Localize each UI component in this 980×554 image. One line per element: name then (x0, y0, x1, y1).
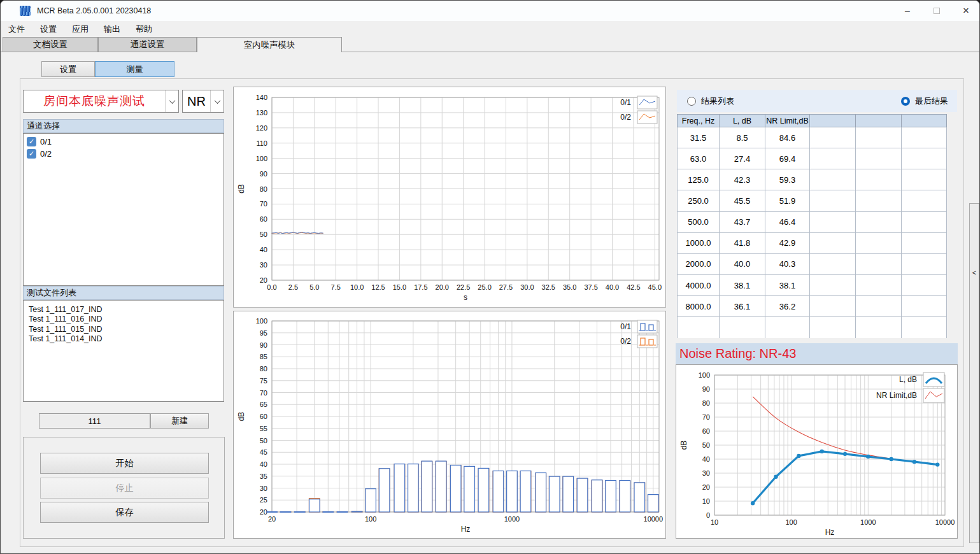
save-button[interactable]: 保存 (40, 502, 209, 523)
svg-text:30: 30 (260, 485, 267, 492)
svg-text:Hz: Hz (461, 525, 471, 534)
svg-text:1000: 1000 (860, 518, 876, 526)
file-list-item[interactable]: Test 1_111_017_IND (24, 305, 224, 315)
table-row[interactable]: 2000.040.040.3 (678, 253, 947, 274)
file-list-item[interactable]: Test 1_111_016_IND (24, 315, 224, 324)
svg-text:10: 10 (702, 497, 710, 505)
svg-text:25: 25 (260, 496, 267, 504)
svg-text:20: 20 (702, 483, 710, 491)
svg-text:20.0: 20.0 (436, 283, 449, 291)
stop-button[interactable]: 停止 (40, 478, 209, 499)
channel-section-header: 通道选择 (23, 119, 224, 133)
file-list-item[interactable]: Test 1_111_015_IND (24, 325, 224, 334)
table-row[interactable]: 4000.038.138.1 (678, 274, 947, 295)
menu-item[interactable]: 输出 (96, 21, 128, 37)
svg-text:5.0: 5.0 (309, 283, 319, 291)
menu-item[interactable]: 应用 (64, 21, 96, 37)
svg-text:140: 140 (256, 94, 267, 101)
channel-item[interactable]: ✓0/1 (24, 136, 224, 148)
svg-text:80: 80 (702, 399, 710, 407)
file-name-input[interactable]: 111 (39, 413, 150, 429)
svg-text:90: 90 (260, 341, 267, 349)
svg-text:1000: 1000 (504, 515, 520, 523)
menu-item[interactable]: 帮助 (128, 21, 160, 37)
svg-text:100: 100 (256, 155, 267, 162)
svg-text:s: s (464, 293, 467, 302)
svg-text:50: 50 (702, 441, 710, 449)
chevron-down-icon[interactable] (210, 90, 224, 112)
results-col-header: L, dB (720, 115, 765, 127)
result-list-radio[interactable] (687, 97, 696, 106)
start-button[interactable]: 开始 (40, 453, 209, 474)
tab-channel-settings[interactable]: 通道设置 (98, 37, 197, 52)
svg-text:0/2: 0/2 (620, 113, 631, 122)
collapse-panel-handle[interactable]: < (969, 203, 979, 543)
svg-text:12.5: 12.5 (371, 283, 385, 291)
svg-text:50: 50 (260, 437, 267, 444)
app-window: MCR Beta 2.05.0.001 20230418 – × 文件设置应用输… (0, 0, 980, 554)
svg-text:45: 45 (260, 448, 267, 456)
maximize-button[interactable] (922, 1, 951, 21)
svg-text:80: 80 (260, 365, 267, 373)
checkbox-checked-icon[interactable]: ✓ (27, 137, 36, 146)
result-mode-row: 结果列表 最后结果 (677, 90, 957, 112)
title-bar: MCR Beta 2.05.0.001 20230418 – × (1, 1, 980, 21)
menu-item[interactable]: 文件 (1, 21, 32, 37)
chevron-down-icon[interactable] (165, 90, 178, 112)
table-row[interactable]: 250.045.551.9 (678, 190, 947, 211)
svg-text:60: 60 (260, 215, 267, 223)
svg-text:32.5: 32.5 (542, 283, 555, 291)
svg-text:10: 10 (711, 518, 718, 526)
table-row[interactable]: 31.58.584.6 (678, 127, 947, 148)
rating-type-value: NR (183, 90, 210, 112)
svg-text:0/1: 0/1 (620, 322, 631, 331)
noise-rating-banner: Noise Rating: NR-43 (676, 343, 958, 364)
svg-text:35: 35 (260, 472, 267, 480)
svg-text:37.5: 37.5 (584, 283, 597, 291)
svg-text:0/2: 0/2 (620, 337, 631, 346)
svg-text:40: 40 (260, 246, 267, 253)
table-empty-area (678, 317, 947, 338)
close-button[interactable]: × (951, 1, 980, 21)
table-row[interactable]: 63.027.469.4 (678, 148, 947, 169)
svg-text:0/1: 0/1 (620, 98, 631, 107)
tab-indoor-noise[interactable]: 室内噪声模块 (197, 37, 342, 52)
svg-text:dB: dB (237, 412, 246, 422)
rating-type-dropdown[interactable]: NR (182, 90, 224, 113)
time-history-chart: 20304050607080901001101201301400.02.55.0… (233, 87, 666, 308)
minimize-button[interactable]: – (893, 1, 922, 21)
svg-text:60: 60 (260, 413, 267, 420)
file-list-item[interactable]: Test 1_111_014_IND (24, 334, 224, 344)
table-row[interactable]: 8000.036.136.2 (678, 296, 947, 317)
menu-bar: 文件设置应用输出帮助 (1, 21, 980, 37)
test-name-value: 房间本底噪声测试 (24, 90, 165, 112)
results-col-header (856, 115, 902, 127)
svg-text:dB: dB (679, 441, 688, 450)
table-row[interactable]: 1000.041.842.9 (678, 232, 947, 253)
maximize-icon (934, 8, 940, 14)
channel-item[interactable]: ✓0/2 (24, 148, 224, 160)
new-button[interactable]: 新建 (150, 413, 209, 429)
svg-text:95: 95 (260, 329, 267, 337)
tab-strip: 文档设置通道设置室内噪声模块 (1, 37, 980, 52)
svg-text:130: 130 (256, 109, 267, 117)
svg-text:70: 70 (702, 413, 710, 421)
svg-text:100: 100 (699, 371, 710, 379)
svg-text:10000: 10000 (644, 515, 664, 523)
svg-text:100: 100 (256, 317, 267, 325)
svg-text:Hz: Hz (825, 528, 835, 537)
checkbox-checked-icon[interactable]: ✓ (27, 149, 36, 159)
svg-text:65: 65 (260, 401, 267, 408)
collapse-left-icon: < (972, 269, 976, 276)
test-name-dropdown[interactable]: 房间本底噪声测试 (23, 90, 179, 113)
svg-text:2.5: 2.5 (288, 283, 298, 291)
svg-text:70: 70 (260, 200, 267, 208)
last-result-radio[interactable] (901, 97, 910, 106)
tab-doc-settings[interactable]: 文档设置 (3, 37, 98, 52)
table-row[interactable]: 125.042.359.3 (678, 169, 947, 190)
table-row[interactable]: 500.043.746.4 (678, 211, 947, 232)
nr-rating-chart: 010203040506070809010010100100010000HzdB… (676, 364, 958, 539)
subtab-measure[interactable]: 测量 (95, 61, 174, 77)
menu-item[interactable]: 设置 (32, 21, 64, 37)
subtab-settings[interactable]: 设置 (41, 61, 95, 77)
